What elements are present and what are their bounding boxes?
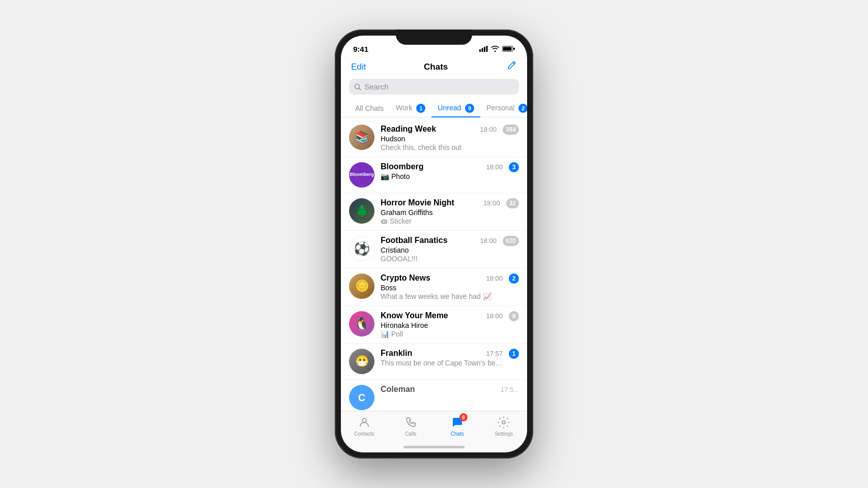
chat-time: 17:5...: [501, 386, 519, 393]
chat-content-crypto: Crypto News 18:00 Boss What a few weeks …: [381, 273, 503, 300]
notch: [396, 29, 472, 45]
phone-frame: 9:41: [335, 29, 533, 459]
chat-sender: 📷 Photo: [381, 172, 503, 180]
chat-preview: This must be one of Cape Town's best spo…: [381, 359, 503, 367]
contacts-label: Contacts: [354, 431, 374, 437]
avatar-bloomberg: Bloomberg: [349, 162, 374, 188]
chat-content-bloomberg: Bloomberg 18:00 📷 Photo: [381, 162, 503, 181]
tab-calls[interactable]: Calls: [388, 415, 435, 437]
signal-icon: [479, 46, 488, 52]
calls-label: Calls: [405, 431, 416, 437]
svg-point-8: [362, 418, 366, 422]
chat-content-horror: Horror Movie Night 18:00 Graham Griffith…: [381, 198, 500, 225]
chat-name: Franklin: [381, 349, 412, 358]
chat-item-bloomberg[interactable]: Bloomberg Bloomberg 18:00 📷 Photo 3: [341, 157, 527, 193]
unread-count: 3: [509, 162, 519, 172]
chat-time: 18:00: [480, 237, 497, 245]
compose-button[interactable]: [506, 60, 517, 74]
tab-personal[interactable]: Personal 2: [480, 100, 527, 117]
chat-time: 18:00: [486, 274, 503, 282]
unread-count: 2: [509, 273, 519, 284]
avatar-meme: 🐧: [349, 311, 374, 337]
search-placeholder: Search: [364, 82, 389, 91]
avatar-coleman: C: [349, 385, 374, 410]
home-indicator: [403, 446, 465, 448]
chat-item-reading-week[interactable]: 📚 Reading Week 18:00 Hudson Check this, …: [341, 119, 527, 157]
tab-work[interactable]: Work 1: [390, 100, 431, 117]
settings-label: Settings: [495, 431, 513, 437]
phone-screen: 9:41: [341, 36, 527, 452]
avatar-horror: 🌲: [349, 198, 374, 224]
chat-preview: What a few weeks we have had 📈: [381, 292, 503, 300]
wifi-icon: [491, 46, 499, 52]
tab-settings[interactable]: Settings: [481, 415, 528, 437]
chat-preview: 🎟 Sticker: [381, 217, 500, 225]
chat-preview: 📊 Poll: [381, 330, 503, 338]
search-icon: [354, 83, 361, 90]
svg-rect-6: [503, 47, 512, 51]
chat-item-know-your-meme[interactable]: 🐧 Know Your Meme 18:00 Hironaka Hiroe 📊 …: [341, 306, 527, 344]
work-badge: 1: [416, 104, 425, 113]
contacts-icon: [357, 415, 371, 430]
chat-name: Football Fanatics: [381, 236, 448, 245]
chat-content-meme: Know Your Meme 18:00 Hironaka Hiroe 📊 Po…: [381, 311, 503, 338]
status-icons: [479, 46, 515, 52]
chat-time: 18:00: [486, 163, 503, 171]
tab-all-chats[interactable]: All Chats: [349, 100, 390, 116]
avatar-crypto: 🪙: [349, 273, 374, 299]
unread-badge: 9: [465, 104, 474, 113]
search-bar[interactable]: Search: [349, 79, 519, 95]
svg-rect-2: [484, 47, 485, 52]
svg-rect-1: [482, 48, 483, 52]
unread-count: 32: [506, 198, 519, 208]
tab-contacts[interactable]: Contacts: [341, 415, 388, 437]
page-title: Chats: [424, 62, 448, 72]
chat-item-crypto-news[interactable]: 🪙 Crypto News 18:00 Boss What a few week…: [341, 268, 527, 306]
unread-count: 8: [509, 311, 519, 321]
chats-label: Chats: [451, 431, 464, 437]
chat-item-horror-movie-night[interactable]: 🌲 Horror Movie Night 18:00 Graham Griffi…: [341, 193, 527, 231]
chat-content-franklin: Franklin 17:57 This must be one of Cape …: [381, 349, 503, 367]
battery-icon: [502, 46, 515, 52]
compose-icon: [506, 60, 517, 71]
chat-item-franklin[interactable]: 😷 Franklin 17:57 This must be one of Cap…: [341, 344, 527, 380]
chat-content-coleman: Coleman 17:5...: [381, 385, 519, 395]
avatar-football: ⚽: [349, 236, 374, 261]
filter-tabs: All Chats Work 1 Unread 9 Personal 2: [341, 100, 527, 117]
chats-notification: 9: [459, 413, 468, 421]
chat-sender: Graham Griffiths: [381, 208, 500, 217]
settings-icon: [497, 415, 511, 430]
svg-point-9: [502, 421, 505, 424]
chat-time: 18:00: [486, 312, 503, 320]
chat-name: Crypto News: [381, 273, 430, 283]
chat-time: 18:00: [480, 126, 497, 133]
svg-rect-0: [479, 49, 481, 52]
avatar-franklin: 😷: [349, 349, 374, 374]
svg-rect-3: [486, 46, 488, 52]
chat-content-football: Football Fanatics 18:00 Cristiano GOOOAL…: [381, 236, 497, 263]
chat-preview: Check this, check this out: [381, 143, 497, 151]
chat-sender: Hironaka Hiroe: [381, 321, 503, 329]
nav-bar: Edit Chats: [341, 58, 527, 79]
chat-time: 17:57: [486, 350, 503, 357]
chat-list: 📚 Reading Week 18:00 Hudson Check this, …: [341, 119, 527, 429]
avatar-reading-week: 📚: [349, 125, 374, 150]
chat-name: Reading Week: [381, 125, 436, 134]
tab-unread[interactable]: Unread 9: [431, 100, 480, 117]
chat-item-football-fanatics[interactable]: ⚽ Football Fanatics 18:00 Cristiano GOOO…: [341, 231, 527, 268]
personal-badge: 2: [518, 104, 527, 113]
chat-content-reading-week: Reading Week 18:00 Hudson Check this, ch…: [381, 125, 497, 151]
chat-name: Coleman: [381, 385, 415, 394]
calls-icon: [403, 415, 418, 430]
chat-time: 18:00: [483, 199, 500, 207]
unread-count: 620: [503, 236, 519, 246]
chat-sender: Boss: [381, 284, 503, 292]
chat-name: Horror Movie Night: [381, 198, 454, 207]
chats-icon: 9: [450, 415, 465, 430]
unread-count: 384: [503, 125, 519, 135]
tab-chats[interactable]: 9 Chats: [434, 415, 481, 437]
svg-rect-5: [513, 48, 515, 50]
edit-button[interactable]: Edit: [351, 62, 366, 72]
chat-sender: Hudson: [381, 135, 497, 143]
unread-count: 1: [509, 349, 519, 359]
